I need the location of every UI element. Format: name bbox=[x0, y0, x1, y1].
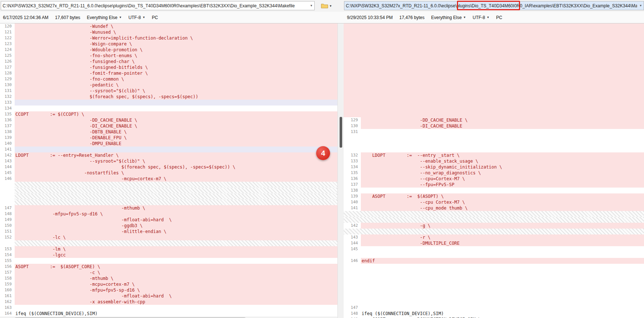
code-text[interactable] bbox=[15, 193, 337, 199]
code-text[interactable] bbox=[15, 100, 337, 106]
code-text[interactable]: -DI_CACHE_ENABLE \ bbox=[15, 123, 337, 129]
code-text[interactable]: endif bbox=[361, 258, 644, 264]
left-code-row: 139 -DENABLE_FPU \ bbox=[0, 135, 337, 141]
code-text[interactable]: CCOPT := -DCONNECTION_DEVICE_SIM \ bbox=[361, 317, 644, 318]
code-text[interactable] bbox=[15, 199, 337, 205]
code-text[interactable]: -pedantic \ bbox=[15, 82, 337, 88]
code-text[interactable] bbox=[15, 106, 337, 111]
left-code-row bbox=[0, 193, 337, 199]
code-text[interactable]: --sysroot="$(clib)" \ bbox=[15, 158, 337, 164]
code-text[interactable]: -Wundef \ bbox=[15, 23, 337, 29]
right-filter-dropdown[interactable]: Everything Else ▼ bbox=[431, 15, 466, 20]
right-code-row bbox=[344, 23, 644, 29]
code-text[interactable]: ifeq ($(CONNECTION_DEVICE),SIM) bbox=[15, 311, 337, 317]
line-number: 130 bbox=[0, 82, 15, 88]
code-text[interactable]: -lc \ bbox=[15, 234, 337, 240]
code-text[interactable]: -nostartfiles \ bbox=[15, 170, 337, 176]
code-text[interactable]: -mfpu=fpv5-sp-d16 \ bbox=[15, 211, 337, 217]
code-text[interactable]: --sysroot="$(clib)" \ bbox=[15, 88, 337, 94]
code-text[interactable]: -funsigned-bitfields \ bbox=[15, 64, 337, 70]
code-text[interactable]: $(foreach spec, $(specs), -specs=$(spec)… bbox=[15, 164, 337, 170]
code-text[interactable] bbox=[361, 129, 644, 135]
code-text[interactable]: ASOPT := $(ASOPT) \ bbox=[361, 193, 644, 199]
code-text[interactable]: --cpu_mode thumb \ bbox=[361, 205, 644, 211]
open-file-button[interactable]: ▼ bbox=[318, 1, 335, 10]
line-number: 162 bbox=[0, 299, 15, 305]
code-text[interactable] bbox=[15, 147, 337, 152]
line-number: 131 bbox=[344, 129, 361, 135]
chevron-down-icon[interactable]: ▼ bbox=[637, 4, 642, 7]
code-text[interactable]: -mthumb \ bbox=[15, 205, 337, 211]
code-text[interactable] bbox=[15, 188, 337, 193]
code-text[interactable] bbox=[361, 188, 644, 193]
code-text[interactable]: -Werror=implicit-function-declaration \ bbox=[15, 35, 337, 41]
code-text[interactable]: --fpu=FPv5-SP bbox=[361, 182, 644, 188]
code-text[interactable]: -DI_CACHE_ENABLE bbox=[361, 123, 644, 129]
code-text[interactable] bbox=[15, 240, 337, 246]
code-text[interactable]: -Wunused \ bbox=[15, 29, 337, 35]
code-text[interactable]: -r \ bbox=[361, 234, 644, 240]
left-code-row bbox=[0, 182, 337, 188]
code-text[interactable]: -DBTB_ENABLE \ bbox=[15, 129, 337, 135]
left-filter-dropdown[interactable]: Everything Else ▼ bbox=[87, 15, 122, 20]
code-text[interactable]: --skip_dynamic_initialization \ bbox=[361, 164, 644, 170]
code-text[interactable]: ASOPT := $(ASOPT_CORE) \ bbox=[15, 264, 337, 270]
code-text[interactable]: -funsigned-char \ bbox=[15, 59, 337, 64]
right-code-row bbox=[344, 281, 644, 287]
left-code-row: 134 bbox=[0, 106, 337, 111]
code-text[interactable] bbox=[15, 258, 337, 264]
code-text[interactable]: -DD_CACHE_ENABLE \ bbox=[15, 117, 337, 123]
code-text[interactable]: -mfloat-abi=hard \ bbox=[15, 293, 337, 299]
code-text[interactable]: -Wdouble-promotion \ bbox=[15, 47, 337, 53]
code-text[interactable]: -mcpu=cortex-m7 \ bbox=[15, 281, 337, 287]
right-code-row bbox=[344, 47, 644, 53]
line-number: 136 bbox=[0, 117, 15, 123]
left-path-combobox[interactable]: C:\NXP\SW32K3_S32M27x_RTD_R21-11_6.0.0\e… bbox=[1, 1, 315, 10]
right-encoding-dropdown[interactable]: UTF-8 ▼ bbox=[473, 15, 490, 20]
scrollbar-thumb[interactable] bbox=[340, 117, 342, 148]
code-text[interactable]: -c \ bbox=[15, 270, 337, 276]
chevron-down-icon[interactable]: ▼ bbox=[329, 4, 332, 8]
code-text[interactable]: -lgcc bbox=[15, 252, 337, 258]
code-text[interactable]: ifeq ($(CONNECTION_DEVICE),SIM) bbox=[361, 311, 644, 317]
code-text[interactable] bbox=[15, 182, 337, 188]
code-text[interactable]: --enable_stack_usage \ bbox=[361, 158, 644, 164]
code-text[interactable]: CCOPT := $(CCOPT) \ bbox=[15, 111, 337, 117]
code-text[interactable]: -mlittle-endian \ bbox=[15, 229, 337, 234]
code-text[interactable] bbox=[361, 246, 644, 252]
code-text[interactable]: -lm \ bbox=[15, 246, 337, 252]
left-diff-pane[interactable]: 120 -Wundef \121 -Wunused \122 -Werror=i… bbox=[0, 23, 337, 318]
code-text[interactable] bbox=[15, 305, 337, 311]
code-text[interactable]: -DENABLE_FPU \ bbox=[15, 135, 337, 141]
code-text[interactable]: -DMULTIPLE_CORE bbox=[361, 240, 644, 246]
code-text[interactable]: --no_wrap_diagnostics \ bbox=[361, 170, 644, 176]
left-horizontal-scrollbar[interactable] bbox=[0, 317, 337, 318]
left-vertical-scrollbar[interactable] bbox=[337, 23, 344, 318]
code-text[interactable]: -Wsign-compare \ bbox=[15, 41, 337, 47]
code-text[interactable]: -fomit-frame-pointer \ bbox=[15, 70, 337, 76]
chevron-down-icon[interactable]: ▼ bbox=[308, 4, 313, 7]
line-number: 135 bbox=[0, 111, 15, 117]
code-text[interactable]: -g \ bbox=[361, 223, 644, 229]
code-text[interactable] bbox=[361, 305, 644, 311]
left-code-row: 129 -fno-common \ bbox=[0, 76, 337, 82]
code-text[interactable]: LDOPT := --entry _start \ bbox=[361, 152, 644, 158]
code-text[interactable]: -mthumb \ bbox=[15, 276, 337, 281]
code-text[interactable]: -DD_CACHE_ENABLE \ bbox=[361, 117, 644, 123]
code-text[interactable]: LDOPT := --entry=Reset_Handler \ bbox=[15, 152, 337, 158]
right-diff-pane[interactable]: 129 -DD_CACHE_ENABLE \130 -DI_CACHE_ENAB… bbox=[344, 23, 644, 318]
code-text[interactable]: -ggdb3 \ bbox=[15, 223, 337, 229]
code-text[interactable]: $(foreach spec, $(specs), -specs=$(spec)… bbox=[15, 94, 337, 100]
code-text[interactable]: --cpu=Cortex-M7 \ bbox=[361, 176, 644, 182]
code-text[interactable]: -DMPU_ENABLE bbox=[15, 141, 337, 147]
left-encoding-dropdown[interactable]: UTF-8 ▼ bbox=[128, 15, 145, 20]
code-text[interactable]: -mfpu=fpv5-sp-d16 \ bbox=[15, 287, 337, 293]
code-text[interactable]: -mcpu=cortex-m7 \ bbox=[15, 176, 337, 182]
code-text[interactable]: -x assembler-with-cpp bbox=[15, 299, 337, 305]
right-path-combobox[interactable]: C:\NXP\SW32K3_S32M27x_RTD_R21-11_6.0.0\e… bbox=[344, 1, 644, 10]
code-text[interactable]: --cpu Cortex-M7 \ bbox=[361, 199, 644, 205]
code-text[interactable]: -fno-short-enums \ bbox=[15, 53, 337, 59]
code-text[interactable]: -fno-common \ bbox=[15, 76, 337, 82]
left-code-row: 135CCOPT := $(CCOPT) \ bbox=[0, 111, 337, 117]
code-text[interactable]: -mfloat-abi=hard \ bbox=[15, 217, 337, 223]
